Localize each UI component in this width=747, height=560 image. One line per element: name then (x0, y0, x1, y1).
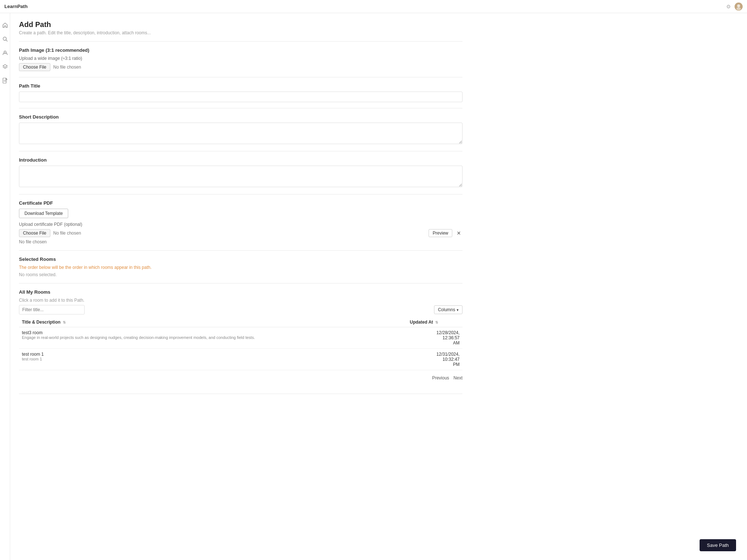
path-image-title: Path Image (3:1 recommended) (19, 47, 462, 53)
path-image-file-row: Choose File No file chosen (19, 63, 462, 71)
path-title-label: Path Title (19, 83, 462, 89)
room-title-cell: test3 roomEngage in real-world projects … (19, 327, 407, 349)
all-my-rooms-section: All My Rooms Click a room to add it to t… (19, 289, 462, 394)
selected-rooms-section: Selected Rooms The order below will be t… (19, 256, 462, 283)
room-updated-at: 12/28/2024,12:36:57AM (407, 327, 462, 349)
introduction-input[interactable] (19, 166, 462, 187)
search-icon[interactable] (2, 36, 8, 42)
sidebar (0, 0, 10, 560)
selected-rooms-title: Selected Rooms (19, 256, 462, 262)
svg-line-4 (6, 40, 7, 42)
path-title-section: Path Title (19, 83, 462, 108)
certificate-pdf-title: Certificate PDF (19, 200, 462, 206)
table-row[interactable]: test3 roomEngage in real-world projects … (19, 327, 462, 349)
preview-btn[interactable]: Preview (429, 229, 452, 237)
introduction-label: Introduction (19, 157, 462, 163)
cert-no-file-below: No file chosen (19, 239, 462, 244)
room-description: Engage in real-world projects such as de… (22, 335, 404, 340)
cert-no-file: No file chosen (53, 231, 81, 236)
no-rooms-text: No rooms selected. (19, 272, 462, 277)
svg-point-2 (736, 7, 741, 10)
download-template-btn[interactable]: Download Template (19, 209, 68, 218)
upload-cert-label: Upload certificate PDF (optional) (19, 222, 462, 227)
previous-btn[interactable]: Previous (432, 375, 449, 381)
gear-icon[interactable]: ⚙ (726, 4, 731, 9)
all-my-rooms-note: Click a room to add it to this Path. (19, 298, 462, 303)
layers-icon[interactable] (2, 63, 8, 70)
next-btn[interactable]: Next (453, 375, 462, 381)
path-image-choose-file-btn[interactable]: Choose File (19, 63, 50, 71)
page-title: Add Path (19, 20, 462, 29)
short-description-section: Short Description (19, 114, 462, 151)
cert-file-row: Choose File No file chosen Preview ✕ (19, 229, 462, 237)
topnav: LearnPath ⚙ (0, 0, 747, 13)
introduction-section: Introduction (19, 157, 462, 194)
filter-title-input[interactable] (19, 305, 85, 314)
room-updated-at: 12/31/2024,10:32:47PM (407, 349, 462, 370)
table-body: test3 roomEngage in real-world projects … (19, 327, 462, 370)
columns-btn[interactable]: Columns ▾ (434, 305, 462, 314)
svg-point-1 (737, 4, 740, 7)
path-image-no-file: No file chosen (53, 65, 81, 70)
table-header: Title & Description ⇅ Updated At ⇅ (19, 317, 462, 327)
chevron-down-icon: ▾ (457, 308, 458, 312)
pagination-row: Previous Next (19, 375, 462, 388)
main-content: Add Path Create a path. Edit the title, … (10, 13, 477, 560)
path-title-input[interactable] (19, 92, 462, 102)
close-cert-btn[interactable]: ✕ (455, 230, 462, 236)
rooms-table: Title & Description ⇅ Updated At ⇅ test3… (19, 317, 462, 370)
col-updated-at[interactable]: Updated At ⇅ (407, 317, 462, 327)
short-description-label: Short Description (19, 114, 462, 120)
room-title: test3 room (22, 330, 404, 335)
topnav-right: ⚙ (726, 3, 743, 11)
room-description: test room 1 (22, 357, 404, 361)
document-icon[interactable] (2, 77, 8, 84)
cert-choose-file-btn[interactable]: Choose File (19, 229, 50, 237)
home-icon[interactable] (2, 22, 8, 28)
table-row[interactable]: test room 1test room 112/31/2024,10:32:4… (19, 349, 462, 370)
room-title: test room 1 (22, 352, 404, 357)
avatar[interactable] (735, 3, 743, 11)
short-description-input[interactable] (19, 123, 462, 144)
sort-icon-updated: ⇅ (435, 320, 438, 324)
user-icon[interactable] (2, 50, 8, 56)
app-logo: LearnPath (4, 4, 28, 9)
selected-rooms-note: The order below will be the order in whi… (19, 265, 462, 270)
table-toolbar: Columns ▾ (19, 305, 462, 314)
page-subtitle: Create a path. Edit the title, descripti… (19, 30, 462, 35)
path-image-label: Upload a wide image (≈3:1 ratio) (19, 56, 462, 61)
sort-icon-title: ⇅ (63, 320, 66, 324)
col-title-description[interactable]: Title & Description ⇅ (19, 317, 407, 327)
room-title-cell: test room 1test room 1 (19, 349, 407, 370)
certificate-pdf-section: Certificate PDF Download Template Upload… (19, 200, 462, 251)
path-image-section: Path Image (3:1 recommended) Upload a wi… (19, 47, 462, 77)
save-path-btn[interactable]: Save Path (700, 539, 736, 551)
all-my-rooms-title: All My Rooms (19, 289, 462, 295)
